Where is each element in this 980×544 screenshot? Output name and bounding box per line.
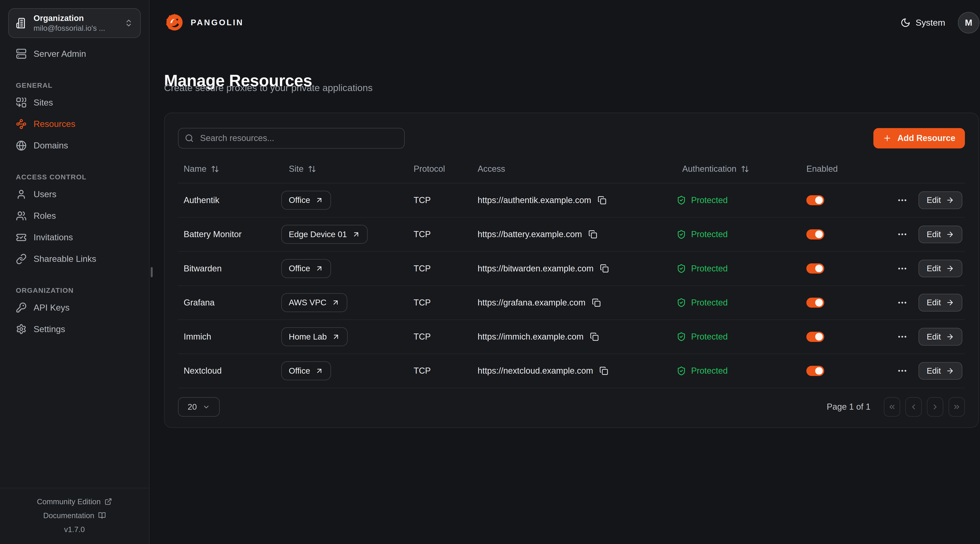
copy-url-button[interactable] [592, 298, 601, 307]
copy-url-button[interactable] [600, 264, 609, 273]
column-header-enabled[interactable]: Enabled [807, 164, 897, 174]
sidebar-item-label: API Keys [33, 303, 69, 312]
site-link-label: Office [289, 366, 310, 376]
enabled-toggle[interactable] [807, 195, 824, 205]
sidebar-item-api-keys[interactable]: API Keys [8, 297, 141, 319]
card-toolbar: Add Resource [178, 128, 965, 149]
sidebar-footer: Community Edition Documentation v1.7.0 [0, 488, 149, 544]
enabled-toggle[interactable] [807, 332, 824, 342]
arrow-right-icon [946, 367, 954, 375]
site-link-button[interactable]: Edge Device 01 [281, 225, 368, 244]
row-menu-button[interactable] [897, 297, 908, 308]
add-resource-button[interactable]: Add Resource [873, 128, 965, 148]
external-link-icon [105, 498, 112, 506]
arrow-right-icon [946, 264, 954, 273]
column-header-authentication[interactable]: Authentication [676, 164, 807, 174]
column-header-name[interactable]: Name [178, 164, 281, 174]
building-icon [16, 17, 27, 29]
copy-url-button[interactable] [590, 332, 599, 341]
page-size-select[interactable]: 20 [178, 397, 220, 417]
column-header-protocol[interactable]: Protocol [414, 164, 477, 174]
sidebar-item-invitations[interactable]: Invitations [8, 227, 141, 248]
shield-check-icon [676, 332, 686, 341]
add-resource-label: Add Resource [897, 133, 956, 143]
edit-button[interactable]: Edit [918, 294, 963, 311]
arrow-up-down-icon [211, 165, 219, 173]
theme-toggle[interactable]: System [900, 17, 945, 28]
arrow-up-right-icon [315, 367, 323, 375]
enabled-toggle[interactable] [807, 298, 824, 308]
copy-url-button[interactable] [599, 366, 608, 375]
column-header-access[interactable]: Access [478, 164, 676, 174]
column-header-label: Site [289, 164, 304, 174]
site-link-button[interactable]: Office [281, 361, 331, 380]
resource-name-cell: Grafana [178, 298, 281, 308]
shield-check-icon [676, 264, 686, 273]
avatar[interactable]: M [958, 12, 979, 33]
column-header-label: Access [478, 164, 505, 174]
site-link-button[interactable]: Office [281, 191, 331, 210]
site-link-button[interactable]: AWS VPC [281, 293, 347, 312]
row-menu-button[interactable] [897, 365, 908, 376]
table-row: Immich Home Lab TCP https://immich.examp… [178, 320, 965, 354]
row-menu-button[interactable] [897, 195, 908, 206]
sidebar-item-label: Server Admin [33, 49, 86, 59]
arrow-up-right-icon [332, 333, 340, 341]
column-header-label: Name [184, 164, 207, 174]
org-selector-value: milo@fossorial.io's ... [33, 24, 105, 33]
pagination-button[interactable] [905, 397, 922, 417]
enabled-toggle[interactable] [807, 263, 824, 274]
enabled-toggle[interactable] [807, 366, 824, 376]
page-subtitle: Create secure proxies to your private ap… [164, 82, 372, 93]
protocol-cell: TCP [414, 230, 477, 239]
sidebar-item-label: Shareable Links [33, 254, 96, 264]
edit-button[interactable]: Edit [918, 362, 963, 380]
auth-status: Protected [676, 230, 807, 239]
edit-button-label: Edit [927, 366, 941, 376]
edit-button[interactable]: Edit [918, 191, 963, 209]
sidebar-item-sites[interactable]: Sites [8, 92, 141, 113]
table-row: Bitwarden Office TCP https://bitwarden.e… [178, 252, 965, 286]
site-link-label: Home Lab [289, 332, 327, 341]
shield-check-icon [676, 298, 686, 307]
sidebar-item-label: Domains [33, 141, 68, 151]
auth-status-label: Protected [691, 298, 728, 308]
arrow-up-right-icon [352, 230, 360, 238]
row-menu-button[interactable] [897, 263, 908, 274]
enabled-toggle[interactable] [807, 229, 824, 239]
edit-button[interactable]: Edit [918, 225, 963, 243]
sidebar-nav: Server Admin GENERAL Sites Resources [0, 38, 149, 340]
footer-link-community-edition[interactable]: Community Edition [0, 495, 149, 509]
sidebar-item-shareable-links[interactable]: Shareable Links [8, 248, 141, 270]
edit-button[interactable]: Edit [918, 260, 963, 277]
sidebar-item-roles[interactable]: Roles [8, 205, 141, 227]
shield-check-icon [676, 366, 686, 376]
column-header-site[interactable]: Site [281, 164, 414, 174]
search-input[interactable] [199, 133, 398, 144]
sidebar-scrollbar-thumb[interactable] [151, 267, 153, 277]
footer-link-documentation[interactable]: Documentation [0, 509, 149, 522]
sidebar-item-users[interactable]: Users [8, 184, 141, 205]
site-link-button[interactable]: Office [281, 259, 331, 278]
site-link-button[interactable]: Home Lab [281, 327, 348, 346]
copy-url-button[interactable] [598, 196, 606, 205]
sidebar-item-settings[interactable]: Settings [8, 319, 141, 340]
edit-button[interactable]: Edit [918, 328, 963, 346]
pagination-button[interactable] [884, 397, 900, 417]
sidebar-item-domains[interactable]: Domains [8, 135, 141, 156]
protocol-cell: TCP [414, 366, 477, 376]
row-menu-button[interactable] [897, 331, 908, 342]
edit-button-label: Edit [927, 332, 941, 341]
table-footer: 20 Page 1 of 1 [178, 397, 965, 417]
org-selector[interactable]: Organization milo@fossorial.io's ... [8, 8, 141, 38]
sidebar-item-label: Resources [33, 119, 75, 129]
sidebar-section-label: ACCESS CONTROL [8, 171, 141, 184]
copy-url-button[interactable] [589, 230, 597, 239]
sidebar-item-server-admin[interactable]: Server Admin [8, 43, 141, 65]
column-header-label: Protocol [414, 164, 445, 174]
row-menu-button[interactable] [897, 229, 908, 240]
sidebar-item-resources[interactable]: Resources [8, 113, 141, 135]
pagination-button[interactable] [948, 397, 965, 417]
pagination-button[interactable] [927, 397, 943, 417]
column-header-label: Authentication [682, 164, 737, 174]
